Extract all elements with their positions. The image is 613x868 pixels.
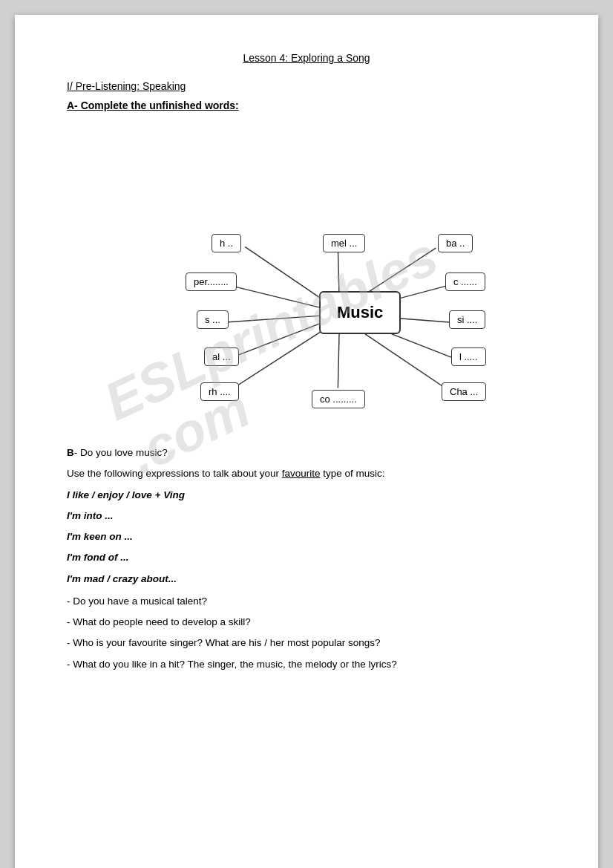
question-4: - What do you like in a hit? The singer,… xyxy=(67,657,546,672)
center-box-music: Music xyxy=(319,291,401,334)
svg-line-7 xyxy=(232,320,329,357)
word-box-si: si .... xyxy=(449,310,485,329)
word-box-al: al ... xyxy=(204,347,239,366)
word-box-per: per........ xyxy=(186,273,237,291)
mindmap: h .. mel ... ba .. per........ c ...... … xyxy=(67,126,546,423)
svg-line-5 xyxy=(226,316,327,322)
word-box-co: co ......... xyxy=(312,390,365,408)
section-heading: I/ Pre-Listening: Speaking xyxy=(67,80,546,92)
page-title: Lesson 4: Exploring a Song xyxy=(67,52,546,64)
word-box-c: c ...... xyxy=(445,273,485,291)
section-b: B- Do you love music? Use the following … xyxy=(67,446,546,672)
expression-4: I'm fond of ... xyxy=(67,550,546,565)
page: Lesson 4: Exploring a Song I/ Pre-Listen… xyxy=(15,15,598,868)
word-box-l: l ..... xyxy=(451,347,486,366)
word-box-s: s ... xyxy=(197,310,229,329)
word-box-ba: ba .. xyxy=(438,234,473,252)
word-box-cha: Cha ... xyxy=(442,382,486,401)
instruction-a: A- Complete the unfinished words: xyxy=(67,99,546,111)
question-1: - Do you have a musical talent? xyxy=(67,594,546,609)
word-box-rh: rh .... xyxy=(200,382,239,401)
word-box-h: h .. xyxy=(212,234,241,252)
expression-3: I'm keen on ... xyxy=(67,529,546,544)
expression-5: I'm mad / crazy about... xyxy=(67,572,546,587)
section-b-intro: B- Do you love music? xyxy=(67,446,546,460)
svg-line-3 xyxy=(229,285,329,310)
svg-line-10 xyxy=(338,327,339,388)
section-b-sub: Use the following expressions to talk ab… xyxy=(67,466,546,481)
expression-2: I'm into ... xyxy=(67,509,546,523)
svg-line-11 xyxy=(352,325,446,389)
expression-1: I like / enjoy / love + Ving xyxy=(67,488,546,503)
question-2: - What do people need to develop a skill… xyxy=(67,615,546,630)
svg-line-9 xyxy=(232,325,331,389)
questions-section: - Do you have a musical talent? - What d… xyxy=(67,594,546,672)
word-box-mel: mel ... xyxy=(323,234,365,252)
question-3: - Who is your favourite singer? What are… xyxy=(67,636,546,650)
